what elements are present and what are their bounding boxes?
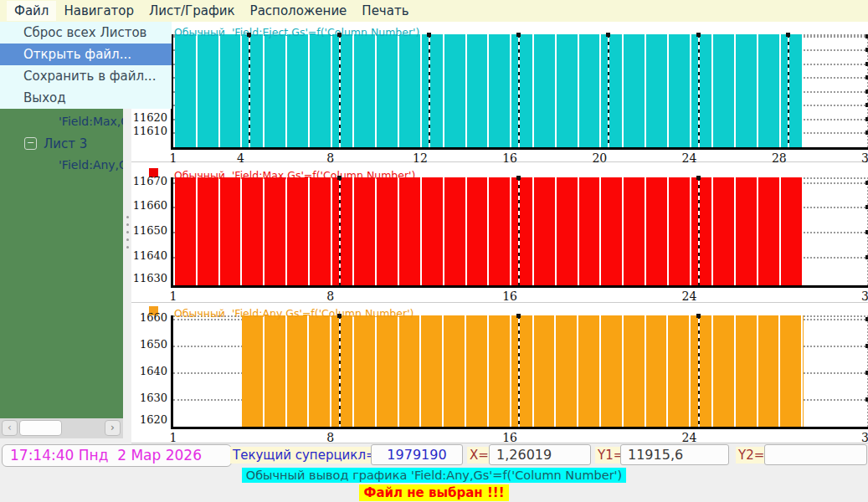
grid-marker <box>696 314 701 318</box>
status-region: 17:14:40 Пнд 2 Мар 2026 Текущий суперцик… <box>0 443 868 502</box>
chart-field-eject: Обычный 'Field:Eject,Gs'=f('Column Numbe… <box>131 22 868 162</box>
y-axis-label: 11610 <box>131 125 167 137</box>
tree-item-label: Лист 3 <box>44 136 87 151</box>
x-axis-label: 8 <box>318 431 343 444</box>
x-axis-label: 1 <box>161 431 186 444</box>
v-gridline <box>608 34 609 147</box>
plot-area[interactable] <box>171 177 868 288</box>
v-gridline <box>518 177 520 285</box>
collapse-icon[interactable]: − <box>24 137 37 150</box>
supercycle-input[interactable] <box>371 444 463 465</box>
v-gridline <box>339 315 341 427</box>
x-axis-label: 24 <box>677 289 702 303</box>
grid-marker <box>247 33 251 37</box>
y-axis-label: 11670 <box>131 175 167 187</box>
v-gridline <box>518 315 520 427</box>
y-axis-label: 1660 <box>131 311 167 324</box>
grid-marker <box>337 33 342 37</box>
x-axis-label: 32 <box>856 289 868 303</box>
app-window: Обычный 'Field:Eject,Gs'=f('Column Numbe… <box>0 0 868 502</box>
grid-marker <box>427 33 431 37</box>
menu-item-exit[interactable]: Выход <box>0 87 172 109</box>
clock-display: 17:14:40 Пнд 2 Мар 2026 <box>2 444 232 467</box>
chart-title: Обычный 'Field:Eject,Gs'=f('Column Numbe… <box>174 26 419 38</box>
grid-marker <box>606 33 610 37</box>
v-gridline <box>698 177 700 285</box>
y-axis-label: 1620 <box>131 413 167 426</box>
v-gridline <box>339 34 341 147</box>
file-not-selected-warning: Файл не выбран !!! <box>359 484 510 501</box>
x-label: X= <box>467 447 491 464</box>
x-coordinate-input[interactable] <box>489 444 591 465</box>
file-warning-row: Файл не выбран !!! <box>0 484 868 501</box>
y-axis-label: 11630 <box>131 272 167 284</box>
y1-coordinate-input[interactable] <box>620 444 729 465</box>
scroll-right-button[interactable]: › <box>105 420 121 436</box>
y-axis-label: 11650 <box>131 224 167 237</box>
menu-print[interactable]: Печать <box>354 1 416 21</box>
y2-label: Y2= <box>736 447 767 464</box>
bar-series <box>175 177 804 285</box>
v-gridline <box>518 34 520 147</box>
v-gridline <box>698 34 700 147</box>
menu-file[interactable]: Файл <box>7 1 56 21</box>
y-axis-label: 1640 <box>131 365 167 377</box>
file-dropdown-menu: Сброс всех Листов Открыть файл... Сохран… <box>0 22 172 109</box>
bar-series <box>175 34 804 147</box>
grid-marker <box>696 176 701 180</box>
grid-marker <box>516 33 521 37</box>
plot-area[interactable] <box>171 315 868 429</box>
supercycle-label: Текущий суперцикл= <box>230 447 379 464</box>
menu-navigator[interactable]: Навигатор <box>56 1 141 21</box>
tree-item-field-max[interactable]: 'Field:Max,Gs' <box>0 115 123 128</box>
grid-marker <box>786 33 790 37</box>
scrollbar-thumb[interactable] <box>19 420 62 436</box>
grid-marker <box>337 176 342 180</box>
menu-layout[interactable]: Расположение <box>243 1 355 21</box>
menu-item-reset-sheets[interactable]: Сброс всех Листов <box>0 22 172 44</box>
x-axis-label: 32 <box>856 431 868 444</box>
v-gridline <box>788 34 789 147</box>
v-gridline <box>249 34 250 147</box>
x-axis-label: 24 <box>677 431 702 444</box>
v-gridline <box>698 315 700 427</box>
x-axis-label: 8 <box>318 289 343 303</box>
x-axis-label: 1 <box>161 289 186 303</box>
y-axis-label: 1650 <box>131 338 167 351</box>
grid-marker <box>337 314 342 318</box>
y-axis-label: 11640 <box>131 249 167 262</box>
chart-field-any: Обычный 'Field:Any,Gs'=f('Column Number'… <box>131 303 868 443</box>
grid-marker <box>516 176 521 180</box>
y2-coordinate-input[interactable] <box>764 444 867 465</box>
y-axis-label: 11620 <box>131 111 167 124</box>
y-axis-label: 1630 <box>131 392 167 404</box>
chart-title: Обычный 'Field:Any,Gs'=f('Column Number'… <box>174 307 413 320</box>
x-axis-label: 16 <box>497 431 522 444</box>
sidebar-scrollbar: ‹ › <box>0 418 123 438</box>
y-axis-label: 11660 <box>131 199 167 212</box>
menu-item-open-file[interactable]: Открыть файл... <box>0 44 172 65</box>
v-gridline <box>429 34 430 147</box>
chart-field-max: Обычный 'Field:Max,Gs'=f('Column Number'… <box>131 162 868 303</box>
grid-marker <box>516 314 521 318</box>
menu-item-save-file[interactable]: Сохранить в файл... <box>0 65 172 87</box>
plot-area[interactable] <box>171 34 868 150</box>
tree-item-sheet3[interactable]: − Лист 3 <box>0 136 123 153</box>
graph-output-message: Обычный вывод графика 'Field:Any,Gs'=f('… <box>242 468 627 483</box>
menu-bar: Файл Навигатор Лист/График Расположение … <box>0 0 868 22</box>
v-gridline <box>339 177 341 285</box>
menu-sheet-graph[interactable]: Лист/График <box>141 1 243 21</box>
bar-series <box>242 315 803 427</box>
tree-item-field-any[interactable]: 'Field:Any,Gs' <box>0 158 123 172</box>
graph-output-message-row: Обычный вывод графика 'Field:Any,Gs'=f('… <box>0 467 868 483</box>
chart-title: Обычный 'Field:Max,Gs'=f('Column Number'… <box>174 169 415 182</box>
grid-marker <box>696 33 701 37</box>
x-axis-label: 16 <box>497 289 522 303</box>
scroll-left-button[interactable]: ‹ <box>2 420 18 436</box>
